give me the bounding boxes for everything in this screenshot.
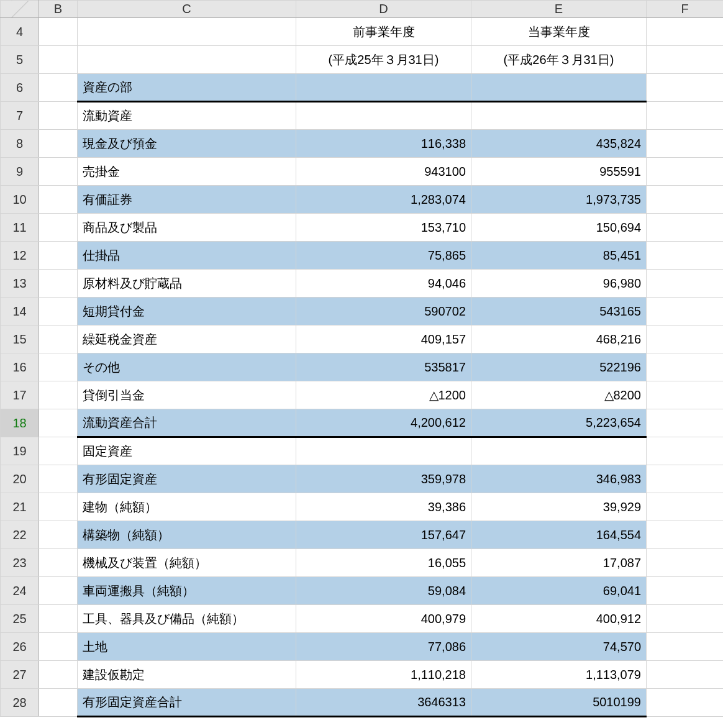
row-header-13[interactable]: 13 [1, 270, 39, 298]
cell-E4[interactable]: 当事業年度 [471, 18, 647, 46]
cell-C11[interactable]: 商品及び製品 [78, 214, 296, 242]
cell-B4[interactable] [39, 18, 78, 46]
grid[interactable]: B C D E F 4 前事業年度 当事業年度 5 (平成25年３月31日) (… [0, 0, 723, 717]
cell-F22[interactable] [647, 521, 724, 549]
col-header-D[interactable]: D [296, 1, 471, 18]
cell-E16[interactable]: 522196 [471, 353, 647, 381]
cell-B23[interactable] [39, 549, 78, 577]
cell-D20[interactable]: 359,978 [296, 465, 471, 493]
cell-C14[interactable]: 短期貸付金 [78, 298, 296, 325]
row-header-23[interactable]: 23 [1, 549, 39, 577]
cell-E23[interactable]: 17,087 [471, 549, 647, 577]
cell-F7[interactable] [647, 102, 724, 130]
cell-E25[interactable]: 400,912 [471, 605, 647, 633]
cell-F26[interactable] [647, 633, 724, 661]
cell-E19[interactable] [471, 437, 647, 465]
row-header-21[interactable]: 21 [1, 493, 39, 521]
cell-B7[interactable] [39, 102, 78, 130]
cell-D22[interactable]: 157,647 [296, 521, 471, 549]
cell-E6[interactable] [471, 74, 647, 102]
cell-D26[interactable]: 77,086 [296, 633, 471, 661]
cell-C5[interactable] [78, 46, 296, 74]
cell-D5[interactable]: (平成25年３月31日) [296, 46, 471, 74]
cell-B22[interactable] [39, 521, 78, 549]
cell-C27[interactable]: 建設仮勘定 [78, 661, 296, 689]
cell-D7[interactable] [296, 102, 471, 130]
cell-D12[interactable]: 75,865 [296, 242, 471, 270]
cell-E24[interactable]: 69,041 [471, 577, 647, 605]
cell-B10[interactable] [39, 186, 78, 214]
row-header-27[interactable]: 27 [1, 661, 39, 689]
cell-C21[interactable]: 建物（純額） [78, 493, 296, 521]
row-header-20[interactable]: 20 [1, 465, 39, 493]
cell-B14[interactable] [39, 298, 78, 325]
row-header-26[interactable]: 26 [1, 633, 39, 661]
row-header-7[interactable]: 7 [1, 102, 39, 130]
cell-F14[interactable] [647, 298, 724, 325]
cell-C24[interactable]: 車両運搬具（純額） [78, 577, 296, 605]
cell-E17[interactable]: △8200 [471, 381, 647, 409]
cell-E13[interactable]: 96,980 [471, 270, 647, 298]
cell-F23[interactable] [647, 549, 724, 577]
cell-C18[interactable]: 流動資産合計 [78, 409, 296, 437]
cell-E21[interactable]: 39,929 [471, 493, 647, 521]
cell-D10[interactable]: 1,283,074 [296, 186, 471, 214]
cell-B28[interactable] [39, 689, 78, 717]
row-header-12[interactable]: 12 [1, 242, 39, 270]
cell-F24[interactable] [647, 577, 724, 605]
col-header-F[interactable]: F [647, 1, 724, 18]
cell-D8[interactable]: 116,338 [296, 130, 471, 158]
row-header-19[interactable]: 19 [1, 437, 39, 465]
cell-C28[interactable]: 有形固定資産合計 [78, 689, 296, 717]
cell-C20[interactable]: 有形固定資産 [78, 465, 296, 493]
row-header-8[interactable]: 8 [1, 130, 39, 158]
cell-F25[interactable] [647, 605, 724, 633]
cell-C19[interactable]: 固定資産 [78, 437, 296, 465]
cell-E12[interactable]: 85,451 [471, 242, 647, 270]
cell-C10[interactable]: 有価証券 [78, 186, 296, 214]
cell-D25[interactable]: 400,979 [296, 605, 471, 633]
cell-F12[interactable] [647, 242, 724, 270]
cell-F13[interactable] [647, 270, 724, 298]
row-header-28[interactable]: 28 [1, 689, 39, 717]
cell-F4[interactable] [647, 18, 724, 46]
cell-E10[interactable]: 1,973,735 [471, 186, 647, 214]
cell-E5[interactable]: (平成26年３月31日) [471, 46, 647, 74]
cell-C12[interactable]: 仕掛品 [78, 242, 296, 270]
row-header-10[interactable]: 10 [1, 186, 39, 214]
cell-B9[interactable] [39, 158, 78, 186]
row-header-16[interactable]: 16 [1, 353, 39, 381]
cell-B18[interactable] [39, 409, 78, 437]
cell-E11[interactable]: 150,694 [471, 214, 647, 242]
row-header-22[interactable]: 22 [1, 521, 39, 549]
cell-B20[interactable] [39, 465, 78, 493]
cell-D15[interactable]: 409,157 [296, 325, 471, 353]
cell-B21[interactable] [39, 493, 78, 521]
cell-C23[interactable]: 機械及び装置（純額） [78, 549, 296, 577]
cell-E8[interactable]: 435,824 [471, 130, 647, 158]
cell-D21[interactable]: 39,386 [296, 493, 471, 521]
row-header-18[interactable]: 18 [1, 409, 39, 437]
cell-E14[interactable]: 543165 [471, 298, 647, 325]
cell-D19[interactable] [296, 437, 471, 465]
cell-E28[interactable]: 5010199 [471, 689, 647, 717]
cell-F28[interactable] [647, 689, 724, 717]
cell-D6[interactable] [296, 74, 471, 102]
cell-F20[interactable] [647, 465, 724, 493]
cell-B5[interactable] [39, 46, 78, 74]
cell-E20[interactable]: 346,983 [471, 465, 647, 493]
col-header-E[interactable]: E [471, 1, 647, 18]
row-header-25[interactable]: 25 [1, 605, 39, 633]
cell-C25[interactable]: 工具、器具及び備品（純額） [78, 605, 296, 633]
cell-F27[interactable] [647, 661, 724, 689]
cell-D4[interactable]: 前事業年度 [296, 18, 471, 46]
row-header-14[interactable]: 14 [1, 298, 39, 325]
row-header-9[interactable]: 9 [1, 158, 39, 186]
cell-B17[interactable] [39, 381, 78, 409]
cell-D18[interactable]: 4,200,612 [296, 409, 471, 437]
cell-E9[interactable]: 955591 [471, 158, 647, 186]
cell-F16[interactable] [647, 353, 724, 381]
cell-F10[interactable] [647, 186, 724, 214]
cell-C13[interactable]: 原材料及び貯蔵品 [78, 270, 296, 298]
row-header-11[interactable]: 11 [1, 214, 39, 242]
